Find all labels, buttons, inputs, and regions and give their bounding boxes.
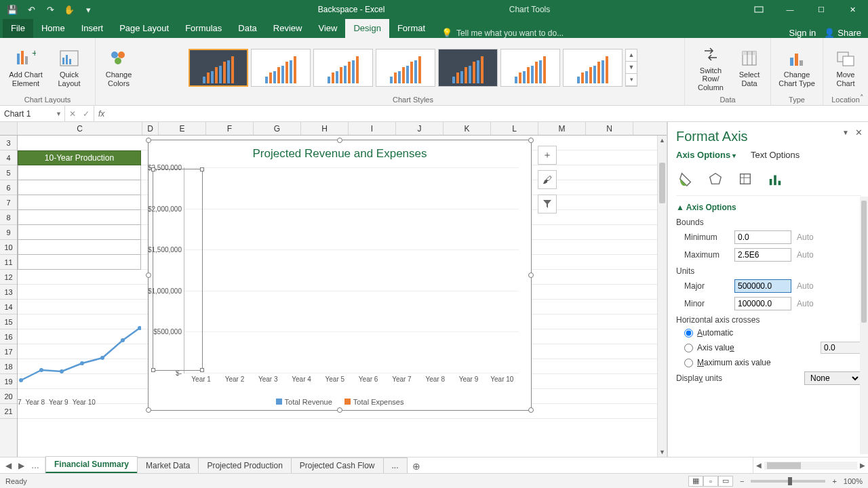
row-header[interactable]: 6 [0,180,17,195]
sheet-nav-next-icon[interactable]: ▶ [18,461,24,470]
row-header[interactable]: 7 [0,195,17,210]
switch-row-column-button[interactable]: Switch Row/ Column [690,43,731,92]
radio-automatic-input[interactable] [684,329,693,338]
tab-home[interactable]: Home [33,19,73,38]
name-box-dropdown-icon[interactable]: ▼ [56,110,62,117]
column-header[interactable]: H [301,122,349,135]
scroll-thumb[interactable] [659,163,665,203]
radio-axis-value[interactable]: Axis value [676,340,861,356]
save-icon[interactable]: 💾 [7,4,18,15]
section-axis-options[interactable]: ▲ Axis Options [676,200,861,215]
move-chart-button[interactable]: Move Chart [829,47,863,87]
axis-options-icon[interactable] [766,169,785,188]
select-data-button[interactable]: Select Data [734,47,765,87]
pane-close-button[interactable]: ✕ [855,127,863,138]
chart-legend[interactable]: Total Revenue Total Expenses [149,398,531,406]
chart-style-thumb[interactable] [251,49,311,87]
row-header[interactable]: 19 [0,374,17,389]
column-header[interactable]: C [18,122,142,135]
hscroll-thumb[interactable] [767,462,801,469]
collapse-ribbon-icon[interactable]: ˄ [860,94,864,102]
radio-automatic[interactable]: Automatic [676,326,861,340]
add-chart-element-button[interactable]: + Add Chart Element [5,47,46,87]
sheet-tab[interactable]: Market Data [137,458,199,473]
close-button[interactable]: ✕ [837,0,868,19]
zoom-in-icon[interactable]: + [832,477,836,485]
scroll-up-icon[interactable]: ▲ [658,136,667,145]
row-header[interactable]: 12 [0,270,17,285]
chart-style-thumb[interactable] [376,49,435,87]
tab-page-layout[interactable]: Page Layout [111,19,177,38]
axis-value-input[interactable] [821,342,861,354]
sheet-tab[interactable]: Projected Cash Flow [291,458,384,473]
pane-scrollbar[interactable] [860,197,868,454]
minor-input[interactable] [734,297,791,310]
chart-style-thumb[interactable] [189,49,248,87]
tab-format[interactable]: Format [389,19,433,38]
size-properties-icon[interactable] [736,169,755,188]
maximum-input[interactable] [734,248,791,262]
page-layout-view-icon[interactable]: ▫ [703,476,718,487]
pane-tab-axis-options[interactable]: Axis Options [676,150,736,160]
name-box[interactable]: Chart 1 ▼ [0,106,65,121]
radio-axis-value-input[interactable] [684,344,693,352]
tab-formulas[interactable]: Formulas [177,19,230,38]
chart-elements-button[interactable]: ＋ [538,146,557,165]
worksheet-grid[interactable]: CDEFGHIJKLMN 345678910111213141516171819… [0,122,667,457]
redo-icon[interactable]: ↷ [45,4,56,15]
chart-style-thumb[interactable] [313,49,373,87]
chart-style-thumb[interactable] [438,49,498,87]
enter-formula-icon[interactable]: ✓ [83,109,90,119]
sheet-tab[interactable]: Projected Production [198,458,291,473]
row-header[interactable]: 16 [0,329,17,344]
column-header[interactable]: K [443,122,491,135]
column-header[interactable]: M [538,122,586,135]
pane-tab-text-options[interactable]: Text Options [751,150,800,160]
quick-layout-button[interactable]: Quick Layout [49,47,90,87]
row-header[interactable]: 11 [0,255,17,270]
select-all-corner[interactable] [0,122,18,135]
scroll-down-icon[interactable]: ▼ [658,447,667,457]
column-header[interactable]: E [159,122,206,135]
effects-icon[interactable] [706,169,725,188]
minimum-input[interactable] [734,230,791,244]
undo-icon[interactable]: ↶ [26,4,37,15]
change-chart-type-button[interactable]: Change Chart Type [776,47,817,87]
tab-file[interactable]: File [3,19,33,38]
hscroll-right-icon[interactable]: ▶ [857,462,868,469]
row-header[interactable]: 10 [0,240,17,255]
column-header[interactable]: N [586,122,633,135]
fill-line-icon[interactable] [676,169,695,188]
tab-insert[interactable]: Insert [73,19,112,38]
sheet-nav-more-icon[interactable]: … [31,461,39,470]
zoom-out-icon[interactable]: − [740,477,744,485]
formula-input[interactable]: fx [94,106,868,121]
minimize-button[interactable]: — [774,0,806,19]
row-header[interactable]: 15 [0,314,17,329]
sign-in-link[interactable]: Sign in [789,28,816,38]
radio-max-axis-value[interactable]: Maximum axis value [676,356,861,369]
hscroll-left-icon[interactable]: ◀ [753,462,764,469]
chart-title[interactable]: Projected Revenue and Expenses [149,140,531,163]
vertical-scrollbar[interactable]: ▲ ▼ [657,136,667,457]
tab-data[interactable]: Data [230,19,264,38]
display-units-select[interactable]: None [804,371,861,385]
cancel-formula-icon[interactable]: ✕ [69,109,76,119]
row-header[interactable]: 3 [0,136,17,150]
row-header[interactable]: 14 [0,300,17,314]
row-header[interactable]: 8 [0,210,17,225]
chart-style-thumb[interactable] [563,49,623,87]
chart-plot-area[interactable]: $-$500,000$1,000,000$1,500,000$2,000,000… [184,167,519,373]
column-header[interactable]: F [206,122,254,135]
zoom-slider[interactable] [751,480,825,483]
page-break-view-icon[interactable]: ▭ [718,476,733,487]
row-header[interactable]: 13 [0,285,17,300]
chart-style-thumb[interactable] [500,49,560,87]
major-input[interactable] [734,279,791,293]
new-sheet-button[interactable]: ⊕ [407,460,426,473]
tell-me-search[interactable]: 💡 Tell me what you want to do... [441,28,564,38]
sheet-nav-prev-icon[interactable]: ◀ [5,461,12,470]
tab-design[interactable]: Design [345,19,389,38]
horizontal-scrollbar[interactable]: ◀ ▶ [753,458,868,473]
touch-mode-icon[interactable]: ✋ [64,4,75,15]
